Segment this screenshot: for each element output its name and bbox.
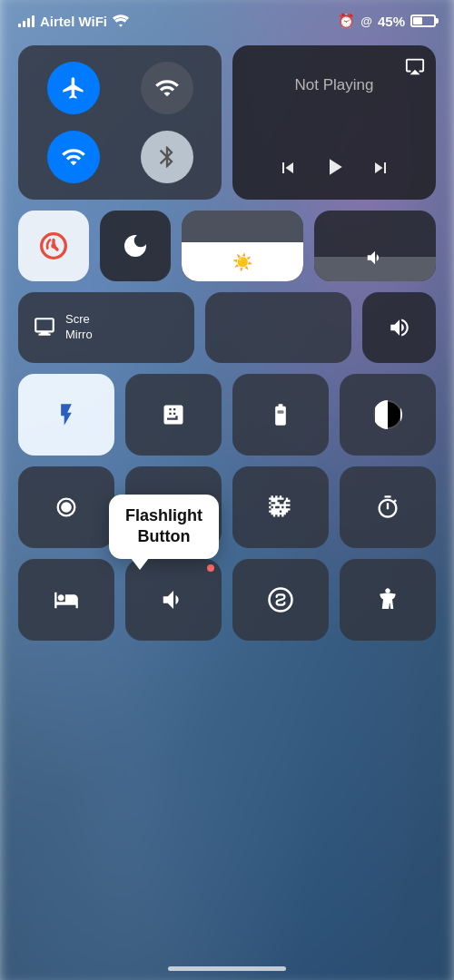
do-not-disturb-button[interactable]: [100, 211, 171, 281]
control-center: Not Playing: [0, 36, 454, 980]
screen-mirror-label: ScreMirro: [65, 312, 93, 343]
play-icon: [321, 153, 348, 181]
status-right: ⏰ @ 45%: [338, 13, 436, 29]
rewind-icon: [277, 157, 299, 179]
tooltip-box: Flashlight Button: [109, 495, 219, 559]
battery-percent: 45%: [378, 14, 405, 29]
notification-dot: [207, 564, 214, 572]
cellular-wrap: [124, 58, 209, 118]
flashlight-button[interactable]: [18, 374, 114, 456]
bed-icon: [54, 587, 79, 612]
screen-mirror-icon: [33, 316, 56, 339]
battery-fill: [413, 17, 422, 24]
grayscale-button[interactable]: [340, 374, 436, 456]
volume-button[interactable]: [362, 292, 436, 363]
bluetooth-button[interactable]: [141, 131, 193, 183]
bluetooth-icon: [154, 144, 180, 170]
cellular-icon: [154, 75, 180, 101]
grid-row-3: [18, 559, 436, 641]
flashlight-icon: [54, 402, 79, 427]
calculator-button[interactable]: [125, 374, 222, 456]
wifi-icon: [61, 144, 86, 170]
music-recognition-button[interactable]: [125, 559, 222, 641]
airplane-mode-button[interactable]: [47, 62, 100, 114]
connectivity-panel: [18, 45, 222, 200]
top-row: Not Playing: [18, 45, 436, 200]
third-row: ScreMirro: [18, 292, 436, 363]
screen-record-button[interactable]: [18, 466, 114, 548]
volume-icon: [365, 248, 385, 272]
accessibility-button[interactable]: [340, 559, 436, 641]
brightness-icon: ☀️: [232, 252, 252, 272]
screen-mirror-button[interactable]: ScreMirro: [18, 292, 194, 363]
music-wave-icon: [160, 586, 187, 613]
brightness-slider[interactable]: ☀️: [182, 211, 303, 281]
speaker-icon: [388, 316, 411, 339]
signal-bars: [18, 15, 35, 27]
shazam-icon: [267, 586, 294, 613]
svg-point-1: [51, 243, 55, 248]
fast-forward-button[interactable]: [370, 157, 391, 183]
wifi-status-icon: [113, 15, 129, 27]
flashlight-tooltip: Flashlight Button: [109, 495, 219, 559]
svg-rect-2: [278, 410, 284, 414]
timer-icon: [375, 495, 400, 520]
media-player: Not Playing: [232, 45, 436, 200]
airplay-icon[interactable]: [405, 56, 425, 81]
media-controls: [245, 153, 423, 187]
carrier-label: Airtel WiFi: [40, 14, 107, 29]
wifi-wrap: [31, 127, 115, 187]
tooltip-line2: Button: [138, 527, 191, 545]
screen-lock-icon: [39, 231, 68, 260]
sleep-button[interactable]: [18, 559, 114, 641]
svg-point-7: [386, 589, 390, 593]
svg-point-4: [61, 502, 72, 513]
low-power-icon: [268, 402, 293, 427]
airplay-svg: [405, 56, 425, 76]
battery-icon: [410, 15, 436, 27]
fast-forward-icon: [370, 157, 391, 179]
grid-row-1: [18, 374, 436, 456]
rewind-button[interactable]: [277, 157, 299, 183]
bluetooth-wrap: [124, 127, 209, 187]
signal-bar-2: [23, 21, 25, 27]
status-bar: Airtel WiFi ⏰ @ 45%: [0, 0, 454, 36]
qr-icon: [268, 495, 293, 520]
volume-svg: [365, 248, 385, 268]
signal-bar-4: [32, 15, 35, 27]
wifi-button[interactable]: [47, 131, 100, 183]
screen-lock-button[interactable]: [18, 211, 89, 281]
cellular-button[interactable]: [141, 62, 193, 114]
home-indicator[interactable]: [168, 966, 286, 971]
location-icon: @: [360, 15, 372, 28]
qr-scanner-button[interactable]: [232, 466, 329, 548]
play-button[interactable]: [321, 153, 348, 187]
airplane-mode-wrap: [31, 58, 115, 118]
timer-button[interactable]: [340, 466, 436, 548]
alarm-icon: ⏰: [338, 13, 355, 29]
empty-panel: [205, 292, 352, 363]
status-left: Airtel WiFi: [18, 14, 129, 29]
second-row: ☀️: [18, 211, 436, 281]
shazam-button[interactable]: [232, 559, 329, 641]
battery-indicator: [410, 15, 436, 27]
signal-bar-1: [18, 24, 21, 27]
calculator-icon: [161, 402, 186, 427]
tooltip-line1: Flashlight: [125, 506, 202, 524]
not-playing-label: Not Playing: [245, 76, 423, 94]
grid-row-2: [18, 466, 436, 548]
screen: Airtel WiFi ⏰ @ 45%: [0, 0, 454, 980]
accessibility-icon: [374, 586, 401, 613]
airplane-icon: [61, 75, 86, 101]
moon-icon: [121, 231, 150, 260]
grayscale-icon: [373, 400, 402, 429]
signal-bar-3: [27, 18, 30, 27]
record-icon: [54, 495, 79, 520]
volume-slider[interactable]: [314, 211, 436, 281]
low-power-button[interactable]: [232, 374, 329, 456]
